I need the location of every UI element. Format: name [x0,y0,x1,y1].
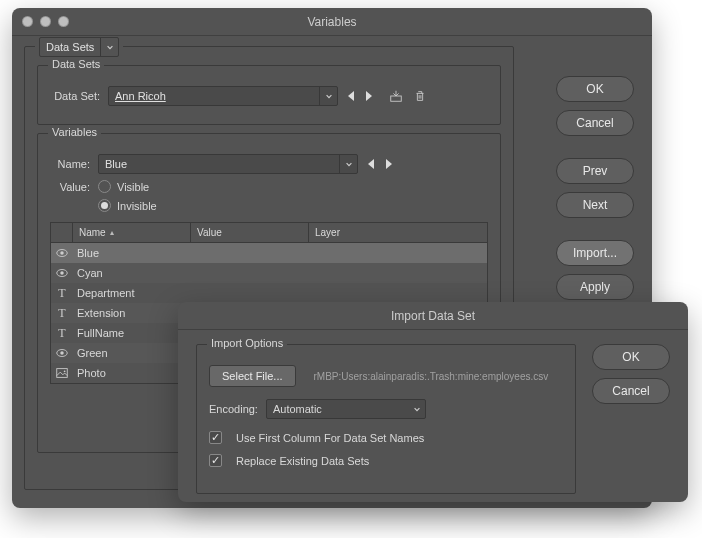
svg-point-2 [60,251,64,255]
image-icon [55,366,69,380]
variable-next-icon[interactable] [384,158,394,170]
row-name: Extension [77,307,125,319]
dataset-select[interactable]: Ann Ricoh [108,86,338,106]
datasets-legend: Data Sets [48,58,104,70]
encoding-label: Encoding: [209,403,258,415]
section-select-value: Data Sets [46,41,94,53]
variables-titlebar: Variables [12,8,652,36]
ok-button[interactable]: OK [556,76,634,102]
delete-dataset-icon[interactable] [412,88,428,104]
table-row[interactable]: TDepartment [51,283,487,303]
import-options-legend: Import Options [207,337,287,349]
import-window-title: Import Data Set [178,309,688,323]
svg-point-4 [60,271,64,275]
value-label: Value: [50,181,90,193]
col-name[interactable]: Name [73,223,191,242]
variable-prev-icon[interactable] [366,158,376,170]
svg-rect-0 [391,96,402,101]
dataset-value: Ann Ricoh [115,90,166,102]
invisible-radio-label: Invisible [117,200,157,212]
variables-legend: Variables [48,126,101,138]
prev-button[interactable]: Prev [556,158,634,184]
encoding-select[interactable]: Automatic [266,399,426,419]
visible-radio-label: Visible [117,181,149,193]
section-select[interactable]: Data Sets [39,37,119,57]
svg-point-8 [64,370,66,372]
import-cancel-button[interactable]: Cancel [592,378,670,404]
eye-icon [55,246,69,260]
col-layer[interactable]: Layer [309,223,487,242]
variable-name-select[interactable]: Blue [98,154,358,174]
cancel-button[interactable]: Cancel [556,110,634,136]
text-icon: T [55,286,69,300]
table-row[interactable]: Blue [51,243,487,263]
text-icon: T [55,326,69,340]
import-ok-button[interactable]: OK [592,344,670,370]
table-row[interactable]: Cyan [51,263,487,283]
text-icon: T [55,306,69,320]
col-value[interactable]: Value [191,223,309,242]
row-name: Green [77,347,108,359]
window-title: Variables [12,15,652,29]
row-name: Department [77,287,134,299]
invisible-radio[interactable]: Invisible [98,199,157,212]
col-blank[interactable] [51,223,73,242]
row-name: FullName [77,327,124,339]
variable-name-value: Blue [105,158,127,170]
dataset-next-icon[interactable] [364,90,374,102]
import-button[interactable]: Import... [556,240,634,266]
row-name: Photo [77,367,106,379]
dataset-label: Data Set: [50,90,100,102]
apply-button[interactable]: Apply [556,274,634,300]
dataset-prev-icon[interactable] [346,90,356,102]
eye-icon [55,266,69,280]
save-dataset-icon[interactable] [388,88,404,104]
name-label: Name: [50,158,90,170]
select-file-button[interactable]: Select File... [209,365,296,387]
replace-existing-label: Replace Existing Data Sets [236,455,369,467]
row-name: Blue [77,247,99,259]
svg-point-6 [60,351,64,355]
replace-existing-checkbox[interactable]: Replace Existing Data Sets [209,454,563,467]
row-name: Cyan [77,267,103,279]
eye-icon [55,346,69,360]
encoding-value: Automatic [273,403,322,415]
next-button[interactable]: Next [556,192,634,218]
use-first-column-checkbox[interactable]: Use First Column For Data Set Names [209,431,563,444]
visible-radio[interactable]: Visible [98,180,149,193]
selected-filepath: rMBP:Users:alainparadis:.Trash:mine:empl… [314,371,549,382]
import-titlebar: Import Data Set [178,302,688,330]
svg-rect-7 [57,369,68,378]
use-first-column-label: Use First Column For Data Set Names [236,432,424,444]
